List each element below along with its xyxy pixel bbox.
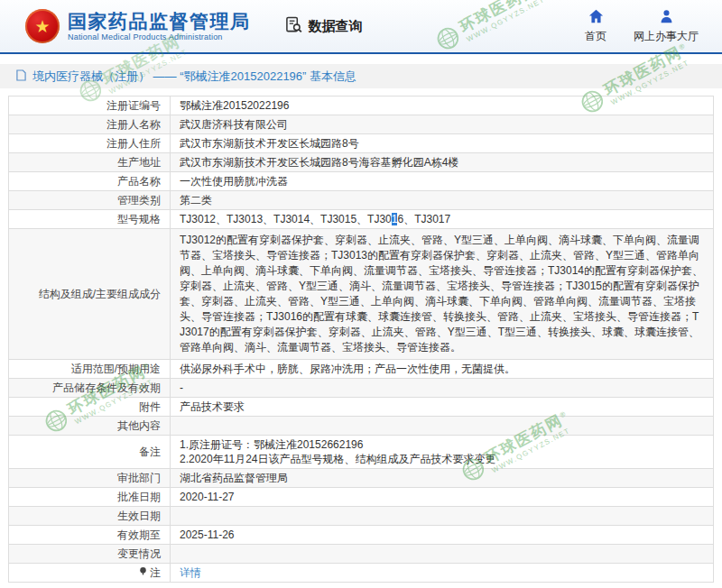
row-label: 备注 — [9, 436, 171, 469]
row-value: 武汉唐济科技有限公司 — [171, 115, 714, 134]
row-value: 2020-11-27 — [171, 488, 714, 507]
row-value: - — [171, 379, 714, 398]
nav-service-hall-label: 网上办事大厅 — [634, 29, 699, 44]
home-icon — [588, 9, 604, 26]
row-label: 审批部门 — [9, 469, 171, 488]
page: ★ 国家药品监督管理局 National Medical Products Ad… — [0, 0, 722, 588]
table-row: 注册人名称 武汉唐济科技有限公司 — [9, 115, 714, 134]
row-value-model-spec: TJ3012、TJ3013、TJ3014、TJ3015、TJ3016、TJ301… — [171, 210, 714, 229]
table-row: 变更情况 — [9, 545, 714, 564]
detail-link[interactable]: 详情 — [180, 566, 201, 579]
row-label-note: 注 — [9, 564, 171, 583]
nav-service-hall[interactable]: 网上办事大厅 — [634, 9, 699, 44]
table-row: 其他内容 — [9, 417, 714, 436]
table-row: 适用范围/预期用途 供泌尿外科手术中，膀胱、尿路冲洗用；产品一次性使用，无菌提供… — [9, 360, 714, 379]
data-query-label: 数据查询 — [309, 18, 363, 35]
model-spec-text: TJ3012、TJ3013、TJ3014、TJ3015、TJ30 — [180, 213, 392, 225]
breadcrumb-text: 境内医疗器械（注册） —— “鄂械注准20152022196” 基本信息 — [32, 69, 356, 85]
row-label: 注册证编号 — [9, 96, 171, 115]
row-label: 注册人住所 — [9, 134, 171, 153]
national-emblem-logo: ★ — [25, 9, 60, 43]
row-label: 注册人名称 — [9, 115, 171, 134]
brand-text: 国家药品监督管理局 National Medical Products Admi… — [68, 11, 251, 41]
row-value-structure: TJ3012的配置有穿刺器保护套、穿刺器、止流夹、管路、Y型三通、上单向阀、滴斗… — [171, 229, 714, 360]
header-nav: 首页 网上办事大厅 — [585, 9, 699, 44]
table-row: 生效日期 — [9, 507, 714, 526]
table-row: 产品储存条件及有效期 - — [9, 379, 714, 398]
row-label: 生效日期 — [9, 507, 171, 526]
row-value: 一次性使用膀胱冲洗器 — [171, 172, 714, 191]
table-row: 注 详情 — [9, 564, 714, 583]
note-label-text: 注 — [150, 565, 161, 580]
row-value: 第二类 — [171, 191, 714, 210]
table-row: 审批部门 湖北省药品监督管理局 — [9, 469, 714, 488]
person-icon — [659, 9, 674, 26]
registration-info-table: 注册证编号 鄂械注准20152022196 注册人名称 武汉唐济科技有限公司 注… — [8, 96, 714, 583]
header-divider — [0, 52, 722, 54]
row-label: 附件 — [9, 398, 171, 417]
table-row: 结构及组成/主要组成成分 TJ3012的配置有穿刺器保护套、穿刺器、止流夹、管路… — [9, 229, 714, 360]
breadcrumb: 境内医疗器械（注册） —— “鄂械注准20152022196” 基本信息 — [0, 64, 722, 88]
row-value: 武汉市东湖新技术开发区长城园路8号 — [171, 134, 714, 153]
table-row: 附件 产品技术要求 — [9, 398, 714, 417]
document-icon — [16, 69, 26, 84]
brand: ★ 国家药品监督管理局 National Medical Products Ad… — [25, 9, 251, 43]
row-value: 鄂械注准20152022196 — [171, 96, 714, 115]
table-row: 型号规格 TJ3012、TJ3013、TJ3014、TJ3015、TJ3016、… — [9, 210, 714, 229]
row-value — [171, 507, 714, 526]
table-row: 注册证编号 鄂械注准20152022196 — [9, 96, 714, 115]
remark-line-1: 1.原注册证号：鄂械注准20152662196 — [180, 437, 704, 452]
table-row: 管理类别 第二类 — [9, 191, 714, 210]
row-value — [171, 545, 714, 564]
row-value-remarks: 1.原注册证号：鄂械注准20152662196 2.2020年11月24日该产品… — [171, 436, 714, 469]
row-label: 结构及组成/主要组成成分 — [9, 229, 171, 360]
nav-home[interactable]: 首页 — [585, 9, 606, 44]
note-icon — [139, 565, 147, 580]
table-row: 有效期至 2025-11-26 — [9, 526, 714, 545]
org-name-cn: 国家药品监督管理局 — [68, 11, 251, 32]
table-row: 注册人住所 武汉市东湖新技术开发区长城园路8号 — [9, 134, 714, 153]
nav-data-query[interactable]: 数据查询 — [285, 16, 363, 36]
row-value: 产品技术要求 — [171, 398, 714, 417]
row-label: 适用范围/预期用途 — [9, 360, 171, 379]
row-value — [171, 417, 714, 436]
remark-line-2: 2.2020年11月24日该产品型号规格、结构组成及产品技术要求变更 — [180, 452, 704, 466]
row-label: 产品名称 — [9, 172, 171, 191]
table-row: 产品名称 一次性使用膀胱冲洗器 — [9, 172, 714, 191]
row-value: 2025-11-26 — [171, 526, 714, 545]
row-value: 供泌尿外科手术中，膀胱、尿路冲洗用；产品一次性使用，无菌提供。 — [171, 360, 714, 379]
row-value-note: 详情 — [171, 564, 714, 583]
table-row: 批准日期 2020-11-27 — [9, 488, 714, 507]
row-label: 产品储存条件及有效期 — [9, 379, 171, 398]
row-value: 武汉市东湖新技术开发区长城园路8号海容基孵化园A栋4楼 — [171, 153, 714, 172]
table-row: 生产地址 武汉市东湖新技术开发区长城园路8号海容基孵化园A栋4楼 — [9, 153, 714, 172]
row-label: 型号规格 — [9, 210, 171, 229]
row-label: 变更情况 — [9, 545, 171, 564]
table-row: 备注 1.原注册证号：鄂械注准20152662196 2.2020年11月24日… — [9, 436, 714, 469]
row-label: 生产地址 — [9, 153, 171, 172]
row-value: 湖北省药品监督管理局 — [171, 469, 714, 488]
data-query-icon — [285, 16, 302, 36]
row-label: 有效期至 — [9, 526, 171, 545]
row-label: 批准日期 — [9, 488, 171, 507]
site-header: ★ 国家药品监督管理局 National Medical Products Ad… — [0, 0, 722, 52]
model-spec-text: 6、TJ3017 — [397, 213, 450, 225]
org-name-en: National Medical Products Administration — [68, 32, 251, 41]
row-label: 其他内容 — [9, 417, 171, 436]
nav-home-label: 首页 — [585, 29, 606, 44]
row-label: 管理类别 — [9, 191, 171, 210]
